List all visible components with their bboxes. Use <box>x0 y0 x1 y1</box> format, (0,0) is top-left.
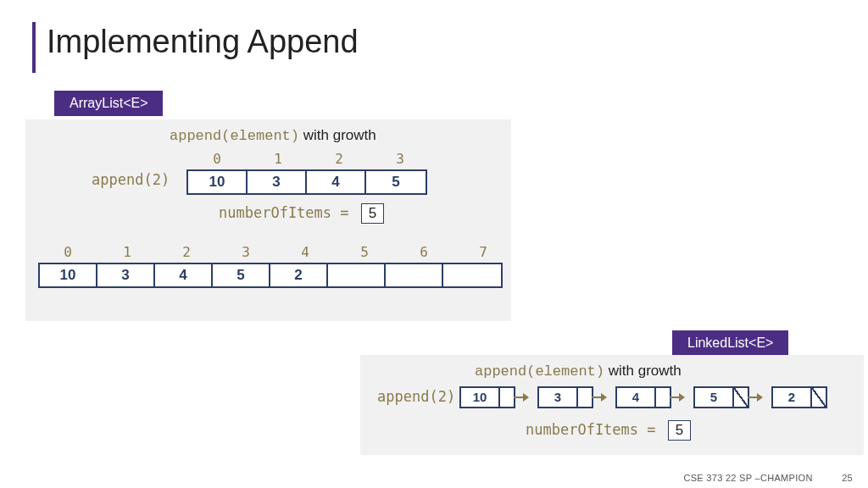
cell: 4 <box>155 264 213 286</box>
arraylist-caption: append(element) with growth <box>170 127 376 144</box>
cell: 3 <box>248 171 307 193</box>
cell: 10 <box>40 264 97 286</box>
idx: 4 <box>275 244 335 260</box>
footer-course: CSE 373 22 SP –CHAMPION <box>683 473 812 483</box>
ll-ptr <box>498 388 514 407</box>
linkedlist-call: append(2) <box>377 388 455 405</box>
cell: 4 <box>307 171 366 193</box>
accent-bar <box>32 22 36 73</box>
ll-node: 2 <box>771 386 827 408</box>
arraylist-big-indices: 0 1 2 3 4 5 6 7 <box>38 244 513 260</box>
idx: 5 <box>335 244 394 260</box>
idx: 3 <box>216 244 275 260</box>
linkedlist-caption-code: append(element) <box>475 363 604 380</box>
label-arraylist: ArrayList<E> <box>54 91 163 116</box>
idx: 1 <box>97 244 157 260</box>
ll-val: 10 <box>461 388 498 407</box>
ll-ptr <box>576 388 592 407</box>
arrow-icon <box>748 396 761 398</box>
footer: CSE 373 22 SP –CHAMPION 25 <box>683 473 853 483</box>
ll-node: 4 <box>615 386 671 408</box>
cell <box>328 264 386 286</box>
idx: 0 <box>38 244 97 260</box>
ll-val: 2 <box>773 388 810 407</box>
numitems-value: 5 <box>361 203 384 224</box>
cell: 2 <box>270 264 328 286</box>
ll-node: 5 <box>693 386 749 408</box>
cell <box>386 264 443 286</box>
idx: 6 <box>394 244 453 260</box>
arraylist-call: append(2) <box>92 171 170 188</box>
ll-ptr <box>654 388 670 407</box>
arraylist-numitems: numberOfItems = 5 <box>219 203 384 224</box>
ll-val: 3 <box>539 388 576 407</box>
idx: 3 <box>370 151 431 167</box>
arraylist-small-indices: 0 1 2 3 <box>186 151 431 167</box>
idx: 1 <box>248 151 309 167</box>
cell: 5 <box>213 264 270 286</box>
linkedlist-caption-suffix: with growth <box>609 363 682 379</box>
cell <box>443 264 501 286</box>
idx: 7 <box>453 244 513 260</box>
arraylist-small-array: 10 3 4 5 <box>186 169 427 195</box>
ll-val: 5 <box>695 388 732 407</box>
ll-node: 3 <box>537 386 593 408</box>
numitems-label: numberOfItems = <box>219 204 358 221</box>
arrow-icon <box>592 396 605 398</box>
arraylist-caption-code: append(element) <box>170 128 299 144</box>
numitems-value: 5 <box>668 420 691 441</box>
page-title: Implementing Append <box>47 24 359 60</box>
ll-ptr-null <box>810 388 826 407</box>
ll-val: 4 <box>617 388 654 407</box>
idx: 2 <box>309 151 370 167</box>
linkedlist-nodes: 10 3 4 5 2 <box>459 386 827 408</box>
footer-page: 25 <box>827 473 853 483</box>
idx: 2 <box>157 244 216 260</box>
ll-node: 10 <box>459 386 515 408</box>
arrow-icon <box>670 396 683 398</box>
linkedlist-caption: append(element) with growth <box>475 363 682 380</box>
label-linkedlist: LinkedList<E> <box>672 330 788 356</box>
numitems-label: numberOfItems = <box>526 421 665 438</box>
idx: 0 <box>186 151 248 167</box>
cell: 3 <box>97 264 155 286</box>
cell: 10 <box>188 171 248 193</box>
arrow-icon <box>514 396 527 398</box>
ll-ptr-null <box>732 388 748 407</box>
arraylist-caption-suffix: with growth <box>303 127 376 143</box>
cell: 5 <box>366 171 426 193</box>
arraylist-big-array: 10 3 4 5 2 <box>38 263 503 288</box>
linkedlist-numitems: numberOfItems = 5 <box>526 420 691 441</box>
